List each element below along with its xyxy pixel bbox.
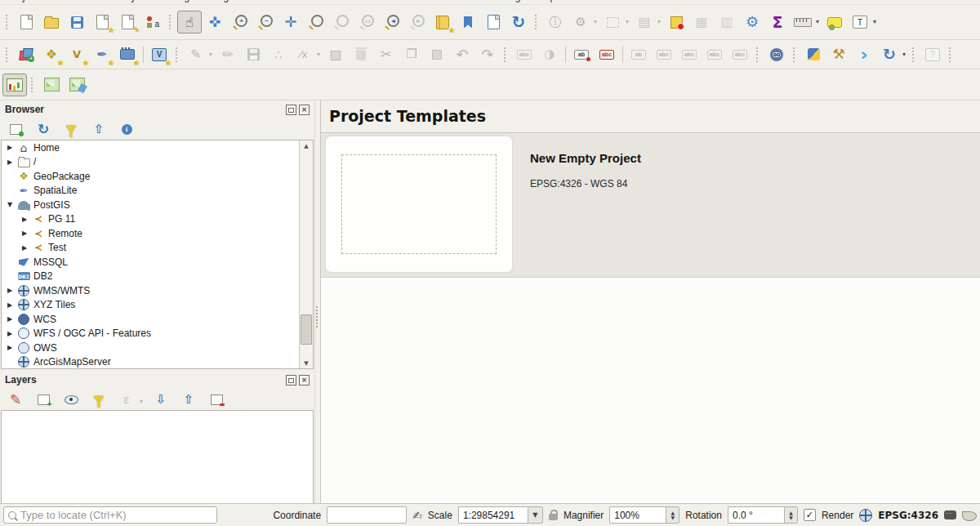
tree-item-db2[interactable]: DB2DB2 [2, 270, 313, 284]
tree-expand-icon[interactable]: ▶ [6, 301, 14, 309]
open-data-source-manager-button[interactable]: + [14, 43, 38, 66]
plugin-reloader-button[interactable]: ↻▾ [877, 43, 902, 66]
tree-item-[interactable]: ▶/ [2, 155, 313, 170]
pan-map-button[interactable]: ☝ [177, 11, 202, 33]
toolbar-grip[interactable] [31, 78, 35, 92]
tree-item-remote[interactable]: ▶≺Remote [2, 226, 313, 241]
menu-layer[interactable]: Layer [113, 0, 152, 2]
toolbar-grip[interactable] [504, 47, 508, 62]
manage-map-themes-button[interactable] [59, 390, 83, 408]
tree-item-wms-wmts[interactable]: ▶WMS/WMTS [2, 283, 313, 298]
mouse-position-icon[interactable]: ✍ [412, 510, 422, 521]
locator-search-input[interactable]: Type to locate (Ctrl+K) [3, 506, 217, 524]
python-console-button[interactable] [801, 43, 826, 66]
toolbar-grip[interactable] [6, 15, 10, 29]
lamp-icon[interactable] [962, 511, 977, 521]
modify-attributes-button[interactable]: ▨ [323, 43, 348, 66]
chevron-down-icon[interactable]: ▼ [528, 506, 543, 524]
statistical-summary-button[interactable]: Σ [765, 11, 790, 33]
identify-features-button[interactable]: ⓘ [543, 11, 568, 33]
plugin-next-button[interactable]: › [852, 43, 876, 66]
collapse-all-button[interactable]: ⇧ [87, 120, 111, 138]
toolbar-grip[interactable] [912, 47, 916, 62]
remove-layer-button[interactable] [204, 390, 229, 408]
menu-raster[interactable]: Raster [292, 0, 335, 2]
zoom-in-button[interactable]: + [228, 11, 252, 33]
select-by-value-button[interactable]: ▤▾ [632, 11, 657, 33]
menu-view[interactable]: View [77, 0, 113, 2]
highlight-pinned-labels-button[interactable]: abc [595, 43, 619, 66]
plugin-map-digitize-button[interactable] [39, 74, 64, 96]
properties-widget-button[interactable]: i [114, 120, 139, 138]
new-project-button[interactable] [14, 11, 38, 33]
spinner-arrows-icon[interactable]: ▲▼ [666, 506, 679, 524]
zoom-full-extent-button[interactable]: ✛ [278, 11, 303, 33]
menu-mesh[interactable]: Mesh [426, 0, 465, 2]
zoom-last-button[interactable]: ◂ [380, 11, 404, 33]
delete-selected-button[interactable] [349, 43, 373, 66]
redo-button[interactable]: ↷ [475, 43, 500, 66]
menu-edit[interactable]: Edit [45, 0, 77, 2]
chevron-down-icon[interactable]: ▾ [816, 19, 819, 25]
coordinate-input[interactable] [327, 506, 407, 524]
toolbar-grip[interactable] [6, 47, 10, 62]
help-contents-button[interactable]: ? [920, 43, 945, 66]
open-attribute-table-button[interactable]: ▦ [689, 11, 714, 33]
zoom-to-layer-button[interactable] [329, 11, 354, 33]
chevron-down-icon[interactable]: ▾ [209, 51, 212, 58]
tree-item-ows[interactable]: ▶OWS [2, 341, 313, 355]
layer-labeling-button[interactable]: abc [512, 43, 537, 66]
new-shapefile-layer-button[interactable]: V★ [65, 43, 89, 66]
toolbar-grip[interactable] [169, 15, 173, 29]
open-layer-styling-button[interactable]: ✎ [3, 390, 28, 408]
edit-label-button[interactable]: abc [728, 43, 752, 66]
layers-list[interactable] [1, 410, 314, 511]
scrollbar-thumb[interactable] [301, 314, 312, 345]
expand-all-button[interactable]: ⇩ [149, 390, 173, 408]
add-selected-layers-button[interactable] [3, 120, 28, 138]
menu-vector[interactable]: Vector [249, 0, 292, 2]
chevron-down-icon[interactable]: ▾ [317, 51, 320, 58]
open-project-button[interactable] [39, 11, 64, 33]
tree-item-postgis[interactable]: ▼PostGIS [2, 198, 313, 212]
refresh-map-button[interactable]: ↻ [506, 11, 531, 33]
filter-legend-button[interactable] [87, 390, 111, 408]
plugin-builder-button[interactable]: ⚒ [826, 43, 851, 66]
select-features-button[interactable]: ▾ [600, 11, 625, 33]
project-properties-button[interactable]: ✎ [115, 11, 140, 33]
digitize-with-segment-button[interactable]: ∴ [266, 43, 291, 66]
new-spatialite-layer-button[interactable]: ✒★ [90, 43, 114, 66]
spinner-arrows-icon[interactable]: ▲▼ [784, 506, 798, 524]
toolbar-grip[interactable] [535, 15, 539, 29]
tree-item-geopackage[interactable]: ❖GeoPackage [2, 169, 313, 184]
layers-float-button[interactable] [286, 375, 296, 386]
save-project-button[interactable] [65, 11, 89, 33]
tree-expand-icon[interactable]: ▶ [6, 287, 14, 294]
tree-expand-icon[interactable]: ▶ [6, 315, 14, 323]
tree-item-xyz-tiles[interactable]: ▶XYZ Tiles [2, 298, 313, 313]
menu-web[interactable]: Web [391, 0, 425, 2]
chevron-down-icon[interactable]: ▾ [626, 19, 629, 25]
tree-expand-icon[interactable]: ▶ [20, 216, 29, 223]
tree-expand-icon[interactable]: ▶ [6, 344, 14, 351]
map-tips-button[interactable] [822, 11, 847, 33]
show-bookmarks-button[interactable] [456, 11, 480, 33]
tree-item-wfs-ogc-api-features[interactable]: ▶WFS / OGC API - Features [2, 327, 313, 341]
processing-toolbox-button[interactable]: ⚙ [740, 11, 764, 33]
rotation-spinbox[interactable]: 0.0 ° ▲▼ [728, 506, 798, 524]
new-geopackage-layer-button[interactable]: ❖★ [39, 43, 64, 66]
toggle-editing-button[interactable]: ✏ [216, 43, 240, 66]
menu-items[interactable]: ProjectEditViewLayerSettingsPluginsVecto… [0, 0, 980, 2]
vertex-tool-button[interactable]: ⁄x▾ [292, 43, 316, 66]
tree-item-home[interactable]: ▶⌂Home [2, 140, 313, 155]
tree-item-wcs[interactable]: ▶WCS [2, 312, 313, 327]
new-mesh-layer-button[interactable]: V★ [147, 43, 172, 66]
crs-status-button[interactable]: EPSG:4326 [878, 510, 938, 521]
tree-item-spatialite[interactable]: ✒SpatiaLite [2, 184, 313, 198]
scroll-up-icon[interactable]: ▲ [300, 140, 313, 151]
move-label-button[interactable]: abc [652, 43, 676, 66]
zoom-out-button[interactable]: − [253, 11, 278, 33]
render-checkbox[interactable]: ✓ [804, 509, 816, 521]
add-group-button[interactable] [31, 390, 56, 408]
open-field-calculator-button[interactable]: ▥ [715, 11, 739, 33]
